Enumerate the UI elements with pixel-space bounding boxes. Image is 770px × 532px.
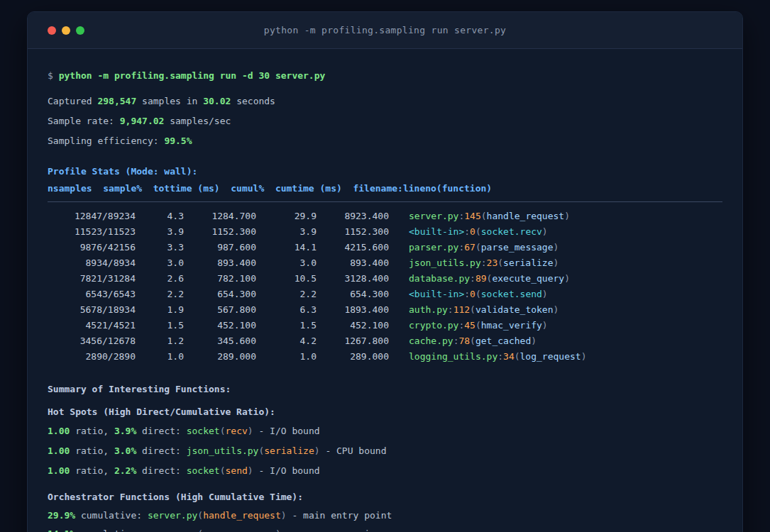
maximize-button[interactable] (76, 26, 84, 35)
lineno: 34 (503, 351, 515, 362)
function-name: socket.recv (481, 226, 542, 237)
open-paren: ( (497, 257, 503, 268)
location-cell: auth.py:112(validate_token) (389, 302, 722, 318)
cumtime-cell: 1267.800 (317, 333, 389, 349)
close-paren: ) (542, 320, 548, 331)
function-name: parse_message (481, 242, 554, 253)
cumul-pct-cell: 29.9 (256, 209, 317, 224)
window-title: python -m profiling.sampling run server.… (28, 25, 742, 35)
open-paren: ( (220, 465, 226, 476)
orchestrators-list: 29.9% cumulative: server.py(handle_reque… (48, 506, 722, 532)
direct-label: direct: (142, 465, 181, 476)
tottime-cell: 1284.700 (184, 209, 256, 224)
location-cell: <built-in>:0(socket.recv) (389, 224, 722, 240)
nsamples-cell: 12847/89234 (48, 209, 136, 224)
function-name: handle_request (487, 211, 565, 221)
colon: : (470, 273, 475, 284)
function-name: recv (226, 426, 248, 436)
location-cell: database.py:89(execute_query) (389, 271, 722, 287)
ratio-label: ratio, (75, 445, 109, 456)
nsamples-cell: 6543/6543 (48, 287, 136, 302)
cumulative-label: cumulative: (81, 510, 142, 521)
table-row: 11523/115233.91152.3003.91152.300<built-… (48, 224, 722, 240)
location-cell: logging_utils.py:34(log_request) (389, 349, 722, 365)
sample-rate-line: Sample rate: 9,947.02 samples/sec (48, 111, 722, 131)
summary-heading: Summary of Interesting Functions: (48, 380, 722, 399)
table-row: 9876/421563.3987.60014.14215.600parser.p… (48, 240, 722, 255)
table-row: 7821/312842.6782.10010.53128.400database… (48, 271, 722, 287)
location-cell: server.py:145(handle_request) (389, 209, 722, 224)
open-paren: ( (197, 510, 203, 521)
cumtime-cell: 1893.400 (317, 302, 389, 318)
direct-pct: 2.2% (114, 465, 136, 476)
tottime-cell: 893.400 (184, 255, 256, 271)
nsamples-cell: 5678/18934 (48, 302, 136, 318)
captured-label: Captured (48, 96, 92, 106)
ratio-label: ratio, (75, 426, 109, 436)
close-paren: ) (564, 211, 570, 221)
samples-count: 298,547 (97, 96, 136, 106)
function-name: execute_query (492, 273, 564, 284)
direct-label: direct: (142, 445, 181, 456)
function-name: serialize (503, 257, 553, 268)
nsamples-cell: 4521/4521 (48, 318, 136, 333)
close-paren: ) (542, 289, 548, 299)
cumtime-cell: 1152.300 (317, 224, 389, 240)
ratio-value: 1.00 (48, 445, 70, 456)
efficiency-label: Sampling efficiency: (48, 135, 159, 146)
close-paren: ) (275, 528, 281, 532)
close-paren: ) (554, 304, 559, 315)
sample-pct-cell: 2.2 (136, 287, 184, 302)
lineno: 89 (475, 273, 487, 284)
table-row: 5678/189341.9567.8006.31893.400auth.py:1… (48, 302, 722, 318)
open-paren: ( (481, 211, 487, 221)
close-paren: ) (581, 351, 587, 362)
table-divider (48, 201, 722, 202)
cumtime-cell: 654.300 (317, 287, 389, 302)
open-paren: ( (475, 226, 481, 237)
open-paren: ( (475, 289, 481, 299)
lineno: 112 (453, 304, 470, 315)
filename: json_utils.py (409, 257, 481, 268)
hot-spot-item: 1.00 ratio, 2.2% direct: socket(send) - … (48, 461, 722, 481)
terminal-output[interactable]: $ python -m profiling.sampling run -d 30… (28, 49, 742, 532)
open-paren: ( (475, 320, 481, 331)
hot-spots-heading: Hot Spots (High Direct/Cumulative Ratio)… (48, 403, 722, 421)
filename: <built-in> (409, 289, 464, 299)
cumul-pct-cell: 4.2 (256, 333, 317, 349)
lineno: 145 (464, 211, 480, 221)
stats-columns: nsamples sample% tottime (ms) cumul% cum… (48, 181, 722, 196)
note-text: - I/O bound (258, 426, 319, 436)
filename: crypto.py (409, 320, 458, 331)
tottime-cell: 289.000 (184, 349, 256, 365)
colon: : (448, 304, 453, 315)
direct-pct: 3.0% (114, 445, 136, 456)
cumul-pct-cell: 2.2 (256, 287, 317, 302)
minimize-button[interactable] (62, 26, 70, 35)
function-name: validate_token (475, 304, 554, 315)
ratio-value: 1.00 (48, 426, 70, 436)
target-name: parser.py (148, 528, 197, 532)
efficiency-value: 99.5% (164, 135, 192, 146)
open-paren: ( (470, 304, 475, 315)
note-text: - I/O bound (258, 465, 319, 476)
command-text: python -m profiling.sampling run -d 30 s… (59, 70, 326, 81)
close-paren: ) (314, 445, 320, 456)
filename: auth.py (409, 304, 448, 315)
colon: : (464, 289, 470, 299)
titlebar[interactable]: python -m profiling.sampling run server.… (28, 12, 742, 49)
nsamples-cell: 7821/31284 (48, 271, 136, 287)
command-line: $ python -m profiling.sampling run -d 30… (48, 66, 722, 86)
sample-pct-cell: 1.9 (136, 302, 184, 318)
sample-pct-cell: 1.0 (136, 349, 184, 365)
open-paren: ( (515, 351, 520, 362)
location-cell: crypto.py:45(hmac_verify) (389, 318, 722, 333)
shell-prompt: $ (48, 70, 53, 81)
sample-pct-cell: 1.5 (136, 318, 184, 333)
close-button[interactable] (48, 26, 56, 35)
nsamples-cell: 11523/11523 (48, 224, 136, 240)
note-text: - main entry point (292, 510, 392, 521)
target-name: socket (187, 426, 220, 436)
function-name: socket.send (481, 289, 542, 299)
location-cell: cache.py:78(get_cached) (389, 333, 722, 349)
